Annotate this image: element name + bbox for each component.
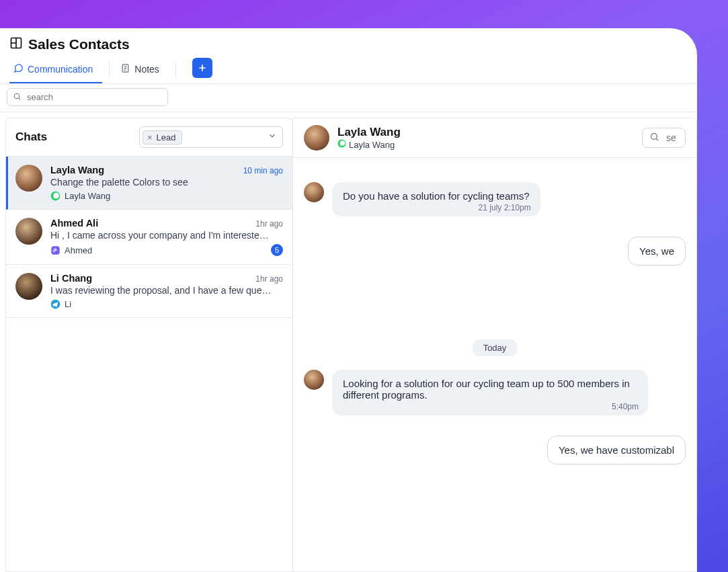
tabs: Communication Notes — [0, 56, 697, 84]
chat-item[interactable]: Li Chang 1hr ago I was reviewing the pro… — [6, 265, 292, 318]
avatar — [304, 182, 324, 202]
add-button[interactable] — [192, 58, 212, 78]
message-out: Yes, we have customizabl — [304, 436, 686, 464]
contact-name: Layla Wang — [337, 126, 401, 139]
notes-icon — [120, 63, 130, 75]
avatar — [15, 273, 42, 300]
chat-source: Layla Wang — [65, 191, 110, 201]
whatsapp-icon — [50, 191, 60, 201]
day-separator: Today — [304, 339, 686, 356]
message-in: Do you have a solution for cycling teams… — [304, 182, 686, 216]
chevron-down-icon — [268, 131, 277, 143]
message-text: Yes, we have customizabl — [559, 444, 674, 456]
avatar — [15, 218, 42, 245]
message-timestamp: 21 july 2:10pm — [479, 203, 531, 212]
message-bubble: Do you have a solution for cycling teams… — [332, 182, 540, 216]
contact-sub: Layla Wang — [349, 140, 395, 150]
title-bar: Sales Contacts — [0, 28, 697, 56]
chats-header: Chats × Lead — [6, 118, 292, 157]
chip-label: Lead — [157, 132, 176, 142]
search-icon — [13, 92, 22, 103]
search-icon — [649, 132, 659, 144]
filter-chip: × Lead — [143, 130, 182, 145]
main-area: Chats × Lead Layla Wang 10 — [0, 112, 697, 572]
chat-item[interactable]: Layla Wang 10 min ago Change the palette… — [6, 157, 292, 210]
search-bar — [0, 84, 697, 112]
chat-time: 1hr ago — [255, 219, 283, 229]
svg-point-7 — [651, 134, 657, 140]
svg-point-2 — [14, 93, 19, 99]
search-input-wrapper[interactable] — [7, 88, 168, 106]
chats-title: Chats — [15, 130, 47, 144]
search-input[interactable] — [26, 91, 162, 103]
chat-name: Ahmed Ali — [50, 218, 98, 229]
message-text: Do you have a solution for cycling teams… — [343, 190, 530, 202]
conversation-header: Layla Wang Layla Wang — [293, 118, 696, 158]
message-out: Yes, we — [304, 237, 686, 265]
message-in: Looking for a solution for our cycling t… — [304, 370, 686, 415]
conversation-search[interactable] — [642, 128, 686, 148]
layout-icon — [9, 36, 23, 52]
chat-item[interactable]: Ahmed Ali 1hr ago Hi , I came across you… — [6, 210, 292, 265]
avatar — [15, 165, 42, 192]
divider — [109, 63, 110, 77]
chats-panel: Chats × Lead Layla Wang 10 — [5, 118, 293, 572]
tab-label: Notes — [134, 64, 159, 75]
unread-badge: 5 — [271, 244, 283, 256]
tab-communication[interactable]: Communication — [9, 56, 102, 83]
message-bubble: Looking for a solution for our cycling t… — [332, 370, 648, 415]
page-title: Sales Contacts — [28, 36, 130, 52]
chat-preview: Hi , I came across your company and I'm … — [50, 230, 272, 241]
chip-remove[interactable]: × — [146, 132, 154, 142]
conversation-panel: Layla Wang Layla Wang — [292, 118, 697, 572]
chat-time: 10 min ago — [243, 166, 283, 175]
chat-source: Ahmed — [65, 245, 92, 255]
message-bubble: Yes, we have customizabl — [547, 436, 686, 464]
messages-area: Do you have a solution for cycling teams… — [293, 158, 696, 571]
message-timestamp: 5:40pm — [612, 402, 639, 411]
tab-label: Communication — [28, 64, 93, 75]
message-bubble: Yes, we — [628, 237, 686, 265]
avatar — [304, 370, 324, 390]
whatsapp-icon — [337, 139, 346, 150]
chat-icon — [13, 63, 24, 75]
tab-notes[interactable]: Notes — [116, 56, 169, 83]
chat-preview: Change the palette Colors to see — [50, 177, 272, 188]
message-text: Looking for a solution for our cycling t… — [343, 378, 630, 401]
telegram-icon — [50, 299, 60, 309]
avatar — [304, 125, 329, 151]
day-label: Today — [473, 339, 518, 356]
chat-name: Layla Wang — [50, 165, 104, 175]
app-window: Sales Contacts Communication Notes — [0, 28, 697, 572]
viber-icon — [50, 245, 60, 255]
chat-preview: I was reviewing the proposal, and I have… — [50, 285, 272, 296]
conversation-search-input[interactable] — [665, 132, 678, 144]
divider — [175, 63, 176, 77]
message-text: Yes, we — [639, 245, 674, 257]
filter-dropdown[interactable]: × Lead — [139, 126, 283, 148]
chat-name: Li Chang — [50, 273, 92, 284]
chat-time: 1hr ago — [255, 274, 283, 284]
chat-source: Li — [65, 299, 71, 309]
